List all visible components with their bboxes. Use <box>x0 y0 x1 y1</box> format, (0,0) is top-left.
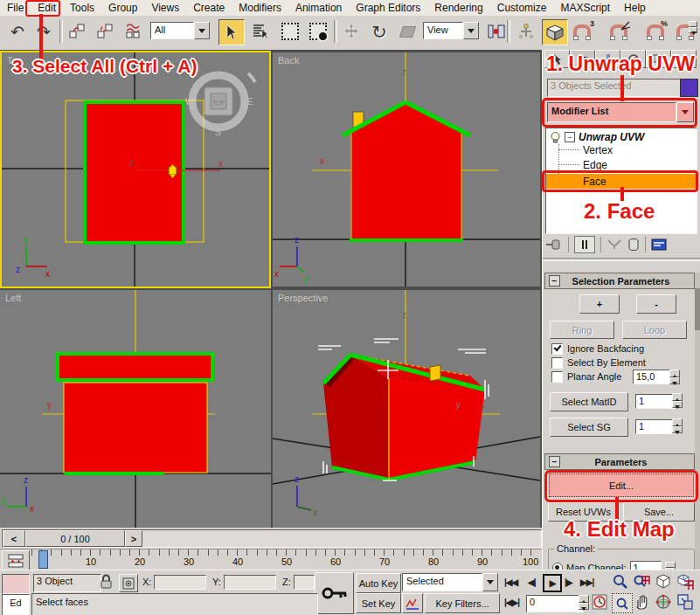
stack-subobject-vertex[interactable]: Vertex <box>583 144 613 156</box>
spinner-snap-icon[interactable] <box>673 19 697 44</box>
redo-icon[interactable]: ↷ <box>31 19 56 44</box>
select-and-link-icon[interactable] <box>65 19 89 44</box>
stack-modifier-row[interactable]: − Unwrap UVW <box>550 131 644 143</box>
menu-tools[interactable]: Tools <box>63 1 101 15</box>
menu-animation[interactable]: Animation <box>288 1 349 15</box>
viewport-top-canvas[interactable]: z x TOP W E S <box>2 52 269 287</box>
stack-modifier-name[interactable]: Unwrap UVW <box>579 131 644 143</box>
rollout-selection-parameters[interactable]: − Selection Parameters <box>544 273 695 289</box>
frame-slider-handle[interactable] <box>38 550 48 569</box>
unlink-selection-icon[interactable] <box>93 19 117 44</box>
menu-help[interactable]: Help <box>617 1 653 15</box>
y-field[interactable] <box>224 575 276 590</box>
frame-spinner[interactable] <box>579 595 589 610</box>
grow-selection-button[interactable]: + <box>579 294 620 314</box>
viewport-left[interactable]: y z y x Left <box>0 290 271 528</box>
menu-create[interactable]: Create <box>186 1 232 15</box>
viewport-perspective-label[interactable]: Perspective <box>278 293 328 303</box>
absolute-offset-toggle-icon[interactable] <box>119 574 138 592</box>
arc-rotate-icon[interactable] <box>655 593 674 612</box>
default-tangent-icon[interactable] <box>402 593 423 613</box>
viewport-left-canvas[interactable]: y z y x <box>0 290 271 528</box>
maximize-viewport-toggle-icon[interactable] <box>676 593 696 612</box>
pin-stack-icon[interactable] <box>545 238 563 252</box>
object-color-swatch[interactable] <box>680 79 698 97</box>
select-and-rotate-icon[interactable]: ↻ <box>367 19 392 44</box>
planar-angle-field[interactable]: 15,0 <box>633 370 673 384</box>
collapse-box-icon[interactable]: − <box>565 132 575 142</box>
zoom-icon[interactable] <box>612 573 631 591</box>
sg-spinner[interactable] <box>672 418 683 433</box>
zoom-region-icon[interactable] <box>612 593 633 613</box>
snap-3d-icon[interactable]: 3 <box>570 19 594 44</box>
stack-subobject-edge[interactable]: Edge <box>583 159 607 171</box>
use-pivot-center-icon[interactable] <box>484 19 509 44</box>
rollout-collapse-icon[interactable]: − <box>549 456 560 467</box>
menu-rendering[interactable]: Rendering <box>427 1 489 15</box>
panel-scrollbar-thumb[interactable] <box>695 288 700 330</box>
auto-key-button[interactable]: Auto Key <box>356 573 401 593</box>
next-frame-icon[interactable]: |▶ <box>565 577 572 587</box>
map-channel-spinner[interactable] <box>665 562 676 570</box>
select-matid-button[interactable]: Select MatID <box>550 392 628 411</box>
menu-graph-editors[interactable]: Graph Editors <box>349 1 427 15</box>
selection-filter-arrow[interactable] <box>194 22 210 39</box>
loop-button[interactable]: Loop <box>622 321 687 339</box>
select-object-icon[interactable] <box>218 19 245 45</box>
window-crossing-icon[interactable] <box>306 19 330 44</box>
selection-set-dropdown[interactable]: Selected <box>402 573 498 591</box>
viewport-top[interactable]: z x TOP W E S <box>0 51 271 288</box>
pan-hand-icon[interactable] <box>633 593 652 612</box>
viewport-back-label[interactable]: Back <box>278 55 299 66</box>
remove-modifier-icon[interactable] <box>627 238 640 252</box>
bind-to-space-warp-icon[interactable] <box>121 19 145 44</box>
menu-group[interactable]: Group <box>101 1 144 15</box>
percent-snap-icon[interactable]: % <box>643 19 668 44</box>
show-end-result-icon[interactable] <box>574 236 595 253</box>
x-field[interactable] <box>154 575 206 590</box>
menu-views[interactable]: Views <box>144 1 186 15</box>
viewport-back-canvas[interactable]: x z z x y <box>273 52 540 287</box>
select-and-scale-icon[interactable] <box>395 19 419 44</box>
sg-field[interactable]: 1 <box>635 419 676 434</box>
configure-modifier-sets-icon[interactable] <box>651 238 667 252</box>
key-filters-button[interactable]: Key Filters... <box>425 593 500 613</box>
select-by-element-checkbox[interactable] <box>551 357 563 369</box>
time-slider-next-button[interactable]: > <box>125 530 142 547</box>
menu-modifiers[interactable]: Modifiers <box>232 1 288 15</box>
open-mini-curve-editor-icon[interactable] <box>2 550 30 570</box>
play-button-icon[interactable]: ▶ <box>543 574 562 592</box>
select-sg-button[interactable]: Select SG <box>550 418 628 437</box>
select-and-manipulate-icon[interactable] <box>514 19 538 44</box>
zoom-all-icon[interactable] <box>633 573 652 591</box>
menu-customize[interactable]: Customize <box>490 1 554 15</box>
go-to-start-icon[interactable]: |◀◀ <box>504 577 517 587</box>
zoom-extents-icon[interactable] <box>655 573 674 591</box>
mini-listener-pink[interactable] <box>2 574 30 594</box>
previous-frame-icon[interactable]: ◀| <box>528 577 536 587</box>
ring-button[interactable]: Ring <box>550 321 614 339</box>
rollout-collapse-icon[interactable]: − <box>549 275 560 287</box>
map-channel-field[interactable]: 1 <box>630 561 662 570</box>
panel-scrollbar[interactable] <box>695 273 700 570</box>
selection-filter-dropdown[interactable]: All <box>150 22 210 39</box>
selection-set-arrow[interactable] <box>482 573 498 591</box>
matid-spinner[interactable] <box>672 393 683 408</box>
rectangular-selection-region-icon[interactable] <box>278 19 302 44</box>
z-field[interactable] <box>294 575 315 590</box>
rollout-parameters[interactable]: − Parameters <box>544 453 695 470</box>
time-configuration-icon[interactable] <box>592 594 607 612</box>
coord-system-arrow[interactable] <box>463 22 479 39</box>
viewport-perspective-canvas[interactable]: y x z z x <box>273 290 540 528</box>
object-name-field[interactable]: 3 Objects Selected <box>547 79 682 97</box>
viewport-perspective[interactable]: y x z z x Perspective <box>273 290 540 528</box>
key-mode-toggle-icon[interactable]: |◀▶| <box>504 598 519 607</box>
snaps-toggle-icon[interactable] <box>542 19 568 45</box>
planar-angle-spinner[interactable] <box>669 370 680 384</box>
viewport-back[interactable]: x z z x y Back <box>273 52 540 287</box>
select-by-name-icon[interactable] <box>248 19 273 44</box>
select-and-move-icon[interactable] <box>339 19 364 44</box>
frame-ruler[interactable]: 0 10 20 30 40 50 60 70 80 90 100 <box>31 549 540 570</box>
make-unique-icon[interactable] <box>606 238 622 251</box>
selection-lock-icon[interactable] <box>100 574 113 591</box>
